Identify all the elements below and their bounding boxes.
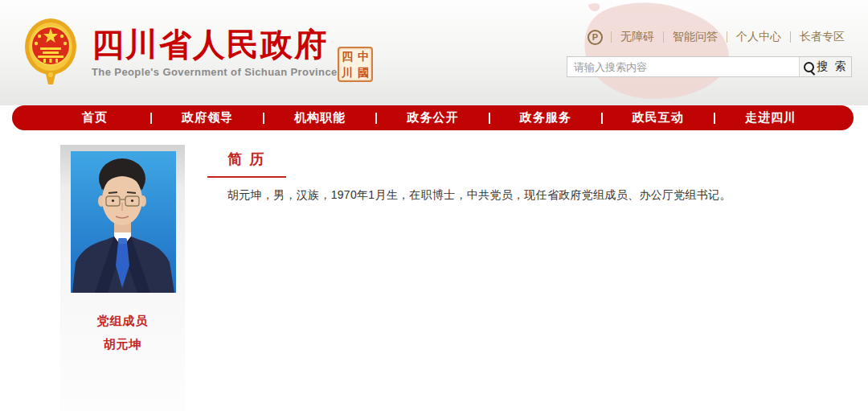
china-sichuan-seal: 四 中 川 國: [338, 47, 373, 82]
search-icon: [804, 62, 814, 72]
seal-char: 中: [355, 48, 371, 64]
link-accessibility[interactable]: 无障碍: [612, 30, 663, 44]
sichuan-map-watermark: [553, 0, 739, 103]
resume-section-title: 简 历: [207, 150, 286, 178]
national-emblem: [24, 17, 77, 86]
site-title-block: 四川省人民政府 The People's Government of Sichu…: [92, 27, 338, 78]
nav-item-government-leaders[interactable]: 政府领导: [152, 110, 263, 125]
main-navigation: 首页 政府领导 机构职能 政务公开 政务服务 政民互动 走进四川: [12, 105, 854, 130]
audio-reader-icon[interactable]: P: [588, 30, 603, 45]
search-bar: 搜 索: [567, 56, 852, 77]
nav-item-government-info[interactable]: 政务公开: [377, 110, 488, 125]
link-senior-zone[interactable]: 长者专区: [791, 30, 854, 44]
resume-bio-text: 胡元坤，男，汉族，1970年1月生，在职博士，中共党员，现任省政府党组成员、办公…: [227, 187, 846, 203]
nav-item-home[interactable]: 首页: [39, 110, 150, 125]
seal-char: 國: [355, 64, 371, 80]
official-portrait-photo: [71, 151, 176, 293]
seal-char: 四: [339, 48, 355, 64]
seal-char: 川: [339, 64, 355, 80]
site-title: 四川省人民政府: [92, 27, 338, 62]
site-subtitle: The People's Government of Sichuan Provi…: [92, 66, 338, 78]
nav-item-into-sichuan[interactable]: 走进四川: [715, 110, 826, 125]
link-personal-center[interactable]: 个人中心: [727, 30, 790, 44]
link-smart-qa[interactable]: 智能问答: [664, 30, 727, 44]
nav-item-institutional-functions[interactable]: 机构职能: [264, 110, 375, 125]
nav-item-public-interaction[interactable]: 政民互动: [603, 110, 714, 125]
site-header: 四川省人民政府 The People's Government of Sichu…: [0, 0, 868, 105]
profile-name-label: 胡元坤: [60, 337, 185, 352]
search-button[interactable]: 搜 索: [799, 57, 851, 76]
search-input[interactable]: [567, 57, 799, 76]
utility-links: P 无障碍 智能问答 个人中心 长者专区: [588, 30, 854, 44]
official-profile-panel: 党组成员 胡元坤: [60, 145, 185, 411]
search-button-label: 搜 索: [817, 60, 848, 74]
profile-role-label: 党组成员: [60, 314, 185, 329]
nav-item-government-services[interactable]: 政务服务: [490, 110, 601, 125]
